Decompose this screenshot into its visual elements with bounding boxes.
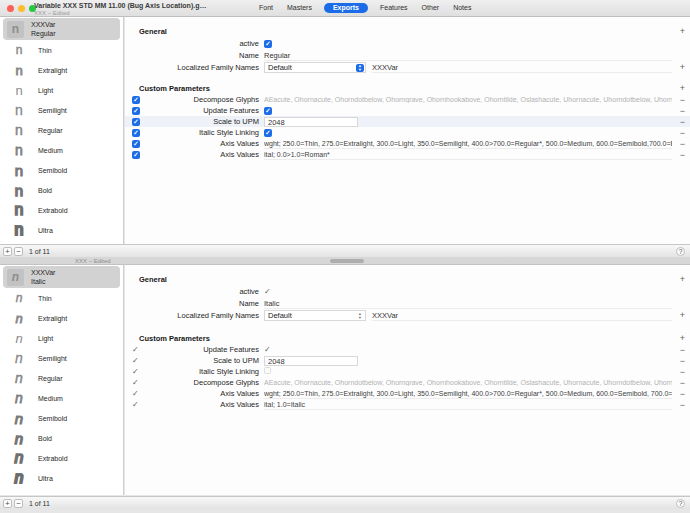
minimize-window-button[interactable] — [18, 5, 25, 12]
scale-to-upm-input[interactable]: 2048 — [264, 117, 358, 127]
tab-other[interactable]: Other — [420, 3, 442, 13]
tab-masters[interactable]: Masters — [285, 3, 314, 13]
param-enabled-checkbox[interactable]: ✓ — [132, 140, 140, 148]
list-item-medium[interactable]: nMedium — [0, 140, 123, 160]
help-button[interactable]: ? — [676, 247, 685, 256]
list-item-bold[interactable]: nBold — [0, 180, 123, 200]
param-enabled-checkbox[interactable]: ✓ — [132, 151, 140, 159]
active-label: active — [125, 39, 259, 48]
close-window-button[interactable] — [7, 5, 14, 12]
remove-instance-button[interactable]: − — [14, 499, 23, 508]
tab-exports[interactable]: Exports — [324, 3, 368, 13]
list-item-semilight[interactable]: nSemilight — [0, 100, 123, 120]
param-enabled-checkbox[interactable]: ✓ — [132, 129, 140, 137]
remove-instance-button[interactable]: − — [14, 247, 23, 256]
list-item-semilight-italic[interactable]: nSemilight — [0, 348, 123, 368]
list-item-light[interactable]: nLight — [0, 80, 123, 100]
list-item-xxxvar-regular[interactable]: n XXXVar Regular — [3, 18, 120, 40]
remove-parameter-button[interactable]: − — [680, 117, 685, 126]
list-item-extralight-italic[interactable]: nExtralight — [0, 308, 123, 328]
param-enabled-checkbox[interactable]: ✓ — [132, 367, 139, 376]
update-features-checkbox[interactable]: ✓ — [264, 107, 272, 115]
decompose-glyphs-value[interactable]: AEacute, Ohornacute, Ohorndotbelow, Ohor… — [264, 379, 672, 386]
tab-features[interactable]: Features — [378, 3, 410, 13]
add-general-parameter-button[interactable]: + — [680, 275, 685, 284]
remove-parameter-button[interactable]: − — [680, 356, 685, 365]
stepper-icon: ▴▾ — [356, 312, 364, 320]
localized-family-names-row: Localized Family Names Default ▴▾ XXXVar… — [125, 309, 690, 321]
list-item-xxxvar-italic[interactable]: n XXXVar Italic — [3, 266, 120, 288]
param-enabled-checkbox[interactable]: ✓ — [132, 96, 140, 104]
param-enabled-checkbox[interactable]: ✓ — [132, 118, 140, 126]
add-custom-parameter-button[interactable]: + — [680, 84, 685, 93]
param-row-axis-values-wght: ✓ Axis Values wght; 250.0=Thin, 275.0=Ex… — [125, 138, 690, 149]
list-item-ultra[interactable]: nUltra — [0, 220, 123, 240]
remove-parameter-button[interactable]: − — [680, 150, 685, 159]
param-enabled-checkbox[interactable]: ✓ — [132, 389, 139, 398]
remove-parameter-button[interactable]: − — [680, 95, 685, 104]
scale-to-upm-input[interactable]: 2048 — [264, 356, 358, 366]
weight-glyph-icon: n — [7, 123, 31, 137]
tab-notes[interactable]: Notes — [451, 3, 473, 13]
remove-parameter-button[interactable]: − — [680, 128, 685, 137]
help-button[interactable]: ? — [676, 499, 685, 508]
italic-style-linking-checkbox[interactable]: ✓ — [264, 129, 272, 137]
instance-style-name: Regular — [31, 29, 56, 38]
param-enabled-checkbox[interactable]: ✓ — [132, 356, 139, 365]
tab-font[interactable]: Font — [257, 3, 275, 13]
weight-glyph-icon: n — [7, 163, 31, 178]
remove-parameter-button[interactable]: − — [680, 378, 685, 387]
localized-family-name-field[interactable]: XXXVar — [372, 310, 672, 321]
list-item-thin-italic[interactable]: nThin — [0, 288, 123, 308]
list-item-extrabold[interactable]: nExtrabold — [0, 200, 123, 220]
name-field[interactable]: Italic — [264, 298, 672, 309]
add-general-parameter-button[interactable]: + — [680, 27, 685, 36]
add-instance-button[interactable]: + — [3, 247, 12, 256]
param-enabled-checkbox[interactable]: ✓ — [132, 400, 139, 409]
list-item-regular[interactable]: nRegular — [0, 120, 123, 140]
italic-style-linking-checkbox[interactable] — [264, 367, 271, 374]
param-enabled-checkbox[interactable]: ✓ — [132, 345, 139, 354]
localized-family-name-field[interactable]: XXXVar — [372, 62, 672, 73]
language-dropdown[interactable]: Default ▴▾ — [264, 62, 366, 73]
list-item-regular-italic[interactable]: nRegular — [0, 368, 123, 388]
list-item-medium-italic[interactable]: nMedium — [0, 388, 123, 408]
list-item-bold-italic[interactable]: nBold — [0, 428, 123, 448]
param-row-decompose-glyphs: ✓ Decompose Glyphs AEacute, Ohornacute, … — [125, 377, 690, 388]
axis-values-wght-field[interactable]: wght; 250.0=Thin, 275.0=Extralight, 300.… — [264, 138, 672, 149]
add-localized-name-button[interactable]: + — [680, 63, 685, 72]
param-enabled-checkbox[interactable]: ✓ — [132, 378, 139, 387]
remove-parameter-button[interactable]: − — [680, 389, 685, 398]
remove-parameter-button[interactable]: − — [680, 400, 685, 409]
remove-parameter-button[interactable]: − — [680, 345, 685, 354]
background-window-titlebar[interactable]: XXX – Edited — [0, 257, 690, 265]
active-checkbox[interactable]: ✓ — [264, 40, 272, 48]
instances-footer-italic: + − 1 of 11 ? — [0, 496, 690, 509]
param-enabled-checkbox[interactable]: ✓ — [132, 107, 140, 115]
active-checkbox[interactable]: ✓ — [264, 287, 271, 296]
remove-parameter-button[interactable]: − — [680, 139, 685, 148]
axis-values-wght-field[interactable]: wght; 250.0=Thin, 275.0=Extralight, 300.… — [264, 388, 672, 399]
add-instance-button[interactable]: + — [3, 499, 12, 508]
list-item-extralight[interactable]: nExtralight — [0, 60, 123, 80]
instance-editor-italic: General + active ✓ Name Italic Localized… — [125, 265, 690, 495]
remove-parameter-button[interactable]: − — [680, 106, 685, 115]
list-item-semibold-italic[interactable]: nSemibold — [0, 408, 123, 428]
name-field[interactable]: Regular — [264, 50, 672, 61]
add-localized-name-button[interactable]: + — [680, 311, 685, 320]
list-item-ultra-italic[interactable]: nUltra — [0, 468, 123, 488]
weight-glyph-icon: n — [7, 222, 31, 238]
remove-parameter-button[interactable]: − — [680, 367, 685, 376]
title-bar: Variable XXX STD MM 11.00 (Bug Axis Loca… — [0, 0, 690, 17]
axis-values-ital-field[interactable]: ital; 1.0=Italic — [264, 399, 672, 410]
list-item-semibold[interactable]: nSemibold — [0, 160, 123, 180]
decompose-glyphs-value[interactable]: AEacute, Ohornacute, Ohorndotbelow, Ohor… — [264, 96, 672, 103]
list-item-extrabold-italic[interactable]: nExtrabold — [0, 448, 123, 468]
list-item-light-italic[interactable]: nLight — [0, 328, 123, 348]
axis-values-ital-field[interactable]: ital; 0.0>1.0=Roman* — [264, 149, 672, 160]
list-item-thin[interactable]: nThin — [0, 40, 123, 60]
toolbar-tabs: Font Masters Exports Features Other Note… — [257, 3, 473, 13]
add-custom-parameter-button[interactable]: + — [680, 334, 685, 343]
update-features-checkbox[interactable]: ✓ — [264, 345, 271, 354]
language-dropdown[interactable]: Default ▴▾ — [264, 310, 366, 321]
